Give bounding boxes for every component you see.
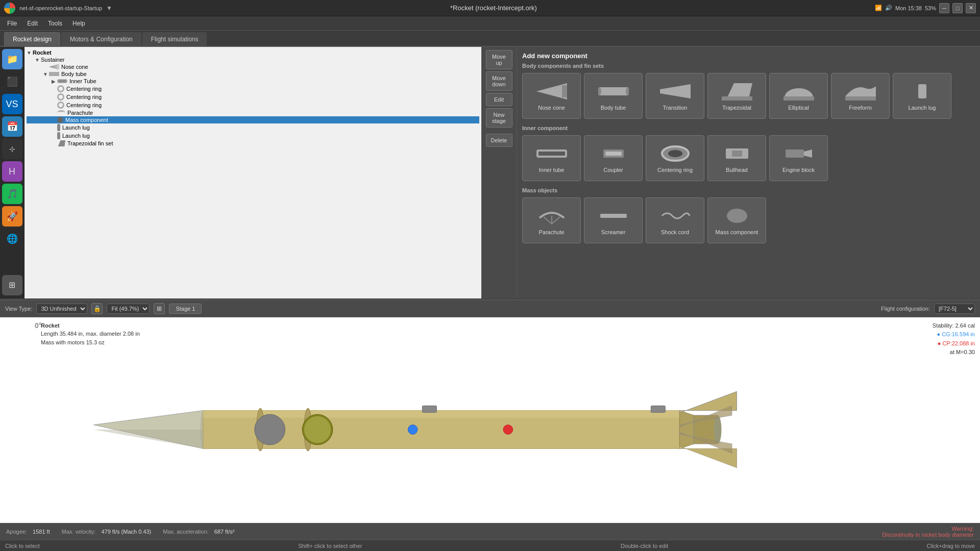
tree-item-launch-lug-1[interactable]: Launch lug (27, 123, 479, 132)
viewport-section: View Type: 3D Unfinished 3D Finished 2D … (0, 299, 980, 552)
new-stage-button[interactable]: New stage (486, 108, 512, 128)
svg-point-31 (255, 414, 285, 445)
tree-item-centering-ring-1[interactable]: Centering ring (27, 85, 479, 93)
add-body-tube-button[interactable]: Body tube (584, 73, 643, 119)
svg-rect-18 (732, 151, 742, 157)
nose-cone-icon (49, 64, 59, 70)
svg-rect-37 (651, 406, 665, 412)
add-nose-cone-button[interactable]: Nose cone (522, 73, 581, 119)
freeform-label: Freeform (849, 105, 872, 111)
velocity-value: 479 ft/s (Mach 0.43) (101, 529, 151, 535)
add-trapezoidal-button[interactable]: Trapezoidal (707, 73, 766, 119)
vscode-icon[interactable]: VS (2, 94, 22, 114)
bullhead-comp-icon (722, 143, 752, 164)
grid-icon[interactable]: ⊞ (2, 275, 22, 296)
add-bullhead-button[interactable]: Bullhead (707, 135, 766, 181)
tree-item-launch-lug-2[interactable]: Launch lug (27, 132, 479, 140)
dash-icon[interactable]: ⊹ (2, 139, 22, 159)
tab-motors-config[interactable]: Motors & Configuration (61, 32, 141, 46)
centering-ring-icon (57, 102, 64, 109)
trapezoidal-comp-icon (722, 81, 752, 102)
menu-help[interactable]: Help (67, 18, 90, 29)
rocket-mass: Mass with motors 15.3 oz (41, 338, 140, 347)
tree-label: Nose cone (61, 64, 88, 70)
rocket-visualization (51, 358, 755, 501)
expand-icon: ▼ (35, 57, 40, 63)
tree-item-centering-ring-3[interactable]: Centering ring (27, 101, 479, 109)
mass-section-title: Mass objects (522, 187, 975, 193)
lock-view-button[interactable]: 🔒 (91, 303, 103, 314)
add-inner-tube-button[interactable]: Inner tube (522, 135, 581, 181)
menu-edit[interactable]: Edit (22, 18, 43, 29)
maximize-button[interactable]: □ (952, 3, 963, 13)
tree-item-inner-tube[interactable]: ▶ Inner Tube (27, 78, 479, 85)
activities-icon[interactable] (4, 3, 15, 14)
tab-rocket-design[interactable]: Rocket design (4, 32, 60, 46)
mass-comp-label: Mass component (716, 229, 758, 235)
accel-value: 687 ft/s² (214, 529, 235, 535)
add-centering-ring-button[interactable]: Centering ring (646, 135, 704, 181)
menu-tools[interactable]: Tools (43, 18, 67, 29)
tree-item-parachute[interactable]: Parachute (27, 109, 479, 116)
parachute-label: Parachute (538, 229, 564, 235)
tree-label: Centering ring (66, 102, 102, 108)
inner-section-title: Inner component (522, 125, 975, 131)
tree-item-centering-ring-2[interactable]: Centering ring (27, 93, 479, 101)
files-icon[interactable]: 📁 (2, 49, 22, 69)
stage-button[interactable]: Stage 1 (169, 304, 202, 314)
tree-item-nose-cone[interactable]: Nose cone (27, 63, 479, 70)
delete-button[interactable]: Delete (486, 134, 512, 147)
add-shock-cord-button[interactable]: Shock cord (646, 197, 704, 243)
hype-icon[interactable]: H (2, 161, 22, 182)
add-mass-component-button[interactable]: Mass component (707, 197, 766, 243)
viewport-canvas[interactable]: 0° Rocket Length 35.484 in, max. diamete… (0, 317, 980, 523)
calendar-icon[interactable]: 📅 (2, 116, 22, 137)
spotify-icon[interactable]: 🎵 (2, 184, 22, 204)
close-button[interactable]: ✕ (966, 3, 976, 13)
rocket-icon[interactable]: 🚀 (2, 206, 22, 227)
warning-detail: Discontinuity in rocket body diameter (882, 532, 974, 538)
tree-label: Inner Tube (69, 78, 96, 84)
shift-click: Shift+ click to select other (298, 543, 362, 549)
svg-rect-10 (845, 96, 876, 101)
edit-button[interactable]: Edit (486, 93, 512, 106)
add-panel-title: Add new component (522, 52, 975, 60)
menu-file[interactable]: File (2, 18, 22, 29)
add-engine-block-button[interactable]: Engine block (769, 135, 828, 181)
centering-ring-icon (57, 85, 64, 92)
add-freeform-button[interactable]: Freeform (831, 73, 890, 119)
tree-item-fin-set[interactable]: Trapezoidal fin set (27, 140, 479, 147)
add-parachute-button[interactable]: Parachute (522, 197, 581, 243)
launch-lug-label: Launch lug (909, 105, 936, 111)
view-type-select[interactable]: 3D Unfinished 3D Finished 2D Side 2D Bac… (36, 304, 87, 314)
browser-icon[interactable]: 🌐 (2, 229, 22, 249)
add-elliptical-button[interactable]: Elliptical (769, 73, 828, 119)
tree-item-mass-component[interactable]: Mass component (27, 116, 479, 123)
action-buttons: Move up Move down Edit New stage Delete (481, 47, 517, 298)
move-down-button[interactable]: Move down (486, 71, 512, 91)
rocket-length: Length 35.484 in, max. diameter 2.08 in (41, 330, 140, 338)
add-launch-lug-button[interactable]: Launch lug (893, 73, 951, 119)
body-section-title: Body components and fin sets (522, 63, 975, 69)
flight-config-select[interactable]: [F72-5] (934, 304, 975, 314)
inner-tube-comp-icon (536, 143, 567, 164)
fit-select[interactable]: Fit (49.7%) (107, 304, 150, 314)
tree-item-sustainer[interactable]: ▼ Sustainer (27, 56, 479, 63)
svg-rect-36 (422, 406, 436, 412)
add-streamer-button[interactable]: Screamer (584, 197, 643, 243)
move-up-button[interactable]: Move up (486, 50, 512, 69)
add-transition-button[interactable]: Transition (646, 73, 704, 119)
tree-item-body-tube[interactable]: ▼ Body tube (27, 70, 479, 78)
tree-label: Launch lug (62, 124, 90, 131)
dropdown-icon[interactable]: ▼ (106, 5, 112, 12)
status-bar: Click to select Shift+ click to select o… (0, 540, 980, 551)
click-drag: Click+drag to move (927, 543, 975, 549)
tab-flight-simulations[interactable]: Flight simulations (142, 32, 207, 46)
tree-item-rocket[interactable]: ▼ Rocket (27, 49, 479, 56)
content: 📁 ⬛ VS 📅 ⊹ H 🎵 🚀 🌐 ⊞ ▼ Rocket (0, 47, 980, 551)
minimize-button[interactable]: ─ (939, 3, 949, 13)
svg-marker-46 (93, 430, 203, 448)
fit-button[interactable]: ⊞ (154, 303, 165, 314)
terminal-icon[interactable]: ⬛ (2, 71, 22, 92)
add-coupler-button[interactable]: Coupler (584, 135, 643, 181)
